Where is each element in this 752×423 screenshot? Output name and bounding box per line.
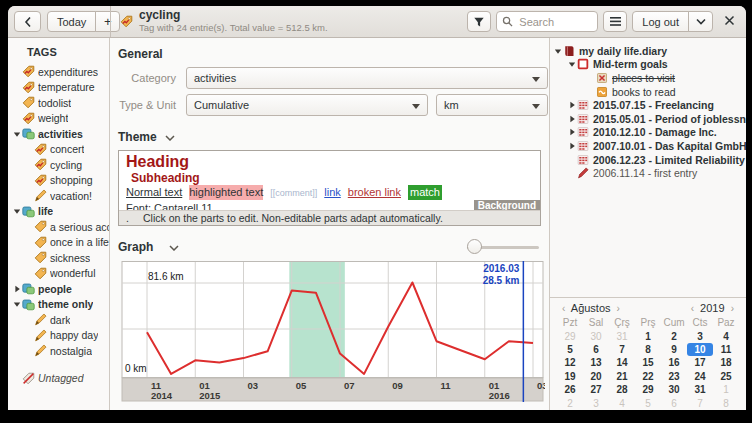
- sidebar-item-sickness[interactable]: sickness: [8, 250, 109, 266]
- sidebar-item-wonderful[interactable]: wonderful: [8, 266, 109, 282]
- expander-open-icon[interactable]: [11, 300, 22, 308]
- diary-tree-item-0[interactable]: my daily life.diary: [550, 44, 746, 58]
- theme-section-header[interactable]: Theme: [118, 130, 541, 144]
- sidebar-item-temperature[interactable]: temperature: [8, 80, 109, 96]
- theme-heading-sample[interactable]: Heading: [126, 153, 533, 171]
- sidebar-item-once-in-a-lifeti[interactable]: once in a lifeti...: [8, 235, 109, 251]
- expander-open-icon[interactable]: [11, 207, 22, 215]
- calendar-day-11[interactable]: 11: [713, 343, 739, 356]
- calendar-day-31[interactable]: 31: [687, 383, 713, 396]
- calendar-day-8-adjacent[interactable]: 8: [713, 396, 739, 409]
- calendar-day-15[interactable]: 15: [635, 356, 661, 369]
- calendar-day-22[interactable]: 22: [635, 370, 661, 383]
- theme-link-sample[interactable]: link: [324, 185, 341, 200]
- close-button[interactable]: [718, 11, 740, 33]
- diary-tree-item-7[interactable]: 2007.10.01 - Das Kapital GmbH: [550, 139, 746, 153]
- calendar-day-30[interactable]: 30: [661, 383, 687, 396]
- diary-tree-item-4[interactable]: 2015.07.15 - Freelancing: [550, 98, 746, 112]
- theme-match-sample[interactable]: match: [408, 185, 442, 200]
- sidebar-item-expenditures[interactable]: expenditures: [8, 64, 109, 80]
- calendar-day-30-adjacent[interactable]: 30: [583, 329, 609, 342]
- calendar-day-29-adjacent[interactable]: 29: [557, 329, 583, 342]
- sidebar-item-shopping[interactable]: shopping: [8, 173, 109, 189]
- expander-closed-icon[interactable]: [11, 285, 22, 293]
- calendar-day-5-adjacent[interactable]: 5: [635, 396, 661, 409]
- theme-subheading-sample[interactable]: Subheading: [126, 171, 533, 185]
- calendar-next-month-button[interactable]: ›: [614, 303, 623, 314]
- calendar-next-year-button[interactable]: ›: [728, 303, 737, 314]
- sidebar-item-weight[interactable]: weight: [8, 111, 109, 127]
- calendar-day-17[interactable]: 17: [687, 356, 713, 369]
- expander-open-icon[interactable]: [567, 60, 577, 68]
- diary-tree-item-5[interactable]: 2015.05.01 - Period of joblessness and j…: [550, 112, 746, 126]
- diary-tree-item-3[interactable]: books to read: [550, 85, 746, 99]
- theme-normal-text-sample[interactable]: Normal text: [126, 185, 182, 200]
- calendar-day-28[interactable]: 28: [609, 383, 635, 396]
- logout-menu-button[interactable]: [688, 11, 713, 32]
- sidebar-item-cycling[interactable]: cycling: [8, 157, 109, 173]
- calendar-day-21[interactable]: 21: [609, 370, 635, 383]
- graph-zoom-slider[interactable]: [467, 239, 539, 255]
- sidebar-item-todolist[interactable]: todolist: [8, 95, 109, 111]
- calendar-day-19[interactable]: 19: [557, 370, 583, 383]
- theme-preview-box[interactable]: Heading Subheading Normal text highlight…: [118, 150, 541, 226]
- calendar-day-8[interactable]: 8: [635, 343, 661, 356]
- calendar-day-24[interactable]: 24: [687, 370, 713, 383]
- expander-closed-icon[interactable]: [567, 142, 577, 150]
- diary-tree-item-2[interactable]: places to visit: [550, 71, 746, 85]
- calendar-day-14[interactable]: 14: [609, 356, 635, 369]
- graph-section-header[interactable]: Graph: [118, 239, 541, 255]
- sidebar-item-untagged[interactable]: Untagged: [8, 371, 109, 387]
- filter-button[interactable]: [467, 11, 491, 32]
- sidebar-item-people[interactable]: people: [8, 281, 109, 297]
- sidebar-item-a-serious-acco[interactable]: a serious acco...: [8, 219, 109, 235]
- calendar-day-9[interactable]: 9: [661, 343, 687, 356]
- search-input[interactable]: [517, 15, 591, 29]
- sidebar-item-concert[interactable]: concert: [8, 142, 109, 158]
- sidebar-item-life[interactable]: life: [8, 204, 109, 220]
- diary-tree-item-1[interactable]: Mid-term goals: [550, 58, 746, 72]
- new-entry-button[interactable]: +: [95, 11, 120, 32]
- diary-tree-item-6[interactable]: 2010.12.10 - Damage Inc.: [550, 126, 746, 140]
- calendar-day-12[interactable]: 12: [557, 356, 583, 369]
- expander-open-icon[interactable]: [11, 130, 22, 138]
- diary-tree-item-9[interactable]: 2006.11.14 - first entry: [550, 166, 746, 180]
- calendar-day-7[interactable]: 7: [609, 343, 635, 356]
- sidebar-item-happy-day[interactable]: happy day: [8, 328, 109, 344]
- calendar-day-1-adjacent[interactable]: 1: [713, 383, 739, 396]
- unit-dropdown[interactable]: km: [436, 94, 548, 116]
- calendar-prev-month-button[interactable]: ‹: [559, 303, 568, 314]
- theme-broken-link-sample[interactable]: broken link: [348, 185, 401, 200]
- calendar-day-29[interactable]: 29: [635, 383, 661, 396]
- calendar-day-23[interactable]: 23: [661, 370, 687, 383]
- theme-comment-sample[interactable]: [[comment]]: [270, 186, 317, 201]
- calendar-day-25[interactable]: 25: [713, 370, 739, 383]
- calendar-day-16[interactable]: 16: [661, 356, 687, 369]
- sidebar-item-dark[interactable]: dark: [8, 312, 109, 328]
- calendar-day-27[interactable]: 27: [583, 383, 609, 396]
- today-button[interactable]: Today: [47, 11, 96, 32]
- category-dropdown[interactable]: activities: [186, 67, 548, 89]
- theme-highlight-sample[interactable]: highlighted text: [189, 185, 263, 200]
- calendar-day-4[interactable]: 4: [713, 329, 739, 342]
- sidebar-item-theme-only[interactable]: theme only: [8, 297, 109, 313]
- calendar-day-10[interactable]: 10: [687, 343, 713, 356]
- type-dropdown[interactable]: Cumulative: [186, 94, 428, 116]
- expander-closed-icon[interactable]: [567, 101, 577, 109]
- slider-handle[interactable]: [467, 239, 482, 254]
- calendar-day-31-adjacent[interactable]: 31: [609, 329, 635, 342]
- sidebar-item-nostalgia[interactable]: nostalgia: [8, 343, 109, 359]
- calendar-day-20[interactable]: 20: [583, 370, 609, 383]
- calendar-day-2-adjacent[interactable]: 2: [557, 396, 583, 409]
- sidebar-item-vacation[interactable]: vacation!: [8, 188, 109, 204]
- diary-tree-item-8[interactable]: 2006.12.23 - Limited Reliability Co.: [550, 153, 746, 167]
- calendar-day-6-adjacent[interactable]: 6: [661, 396, 687, 409]
- calendar-day-3[interactable]: 3: [687, 329, 713, 342]
- menu-button[interactable]: [603, 11, 627, 32]
- calendar-day-7-adjacent[interactable]: 7: [687, 396, 713, 409]
- calendar-day-4-adjacent[interactable]: 4: [609, 396, 635, 409]
- calendar-day-13[interactable]: 13: [583, 356, 609, 369]
- calendar-day-3-adjacent[interactable]: 3: [583, 396, 609, 409]
- calendar-day-18[interactable]: 18: [713, 356, 739, 369]
- calendar-prev-year-button[interactable]: ‹: [688, 303, 697, 314]
